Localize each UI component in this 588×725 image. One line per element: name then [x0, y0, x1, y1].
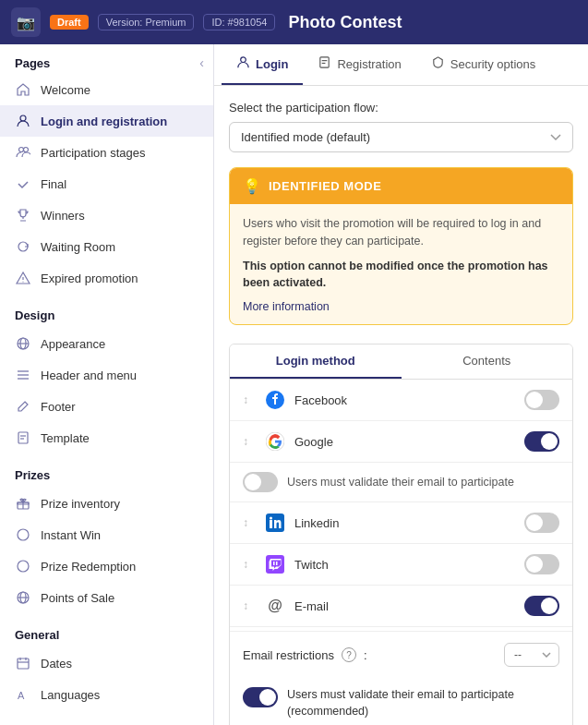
- sidebar-item-participation-stages[interactable]: Participation stages: [0, 137, 213, 168]
- pages-section-title: Pages: [15, 56, 50, 70]
- sidebar-item-dates[interactable]: Dates: [0, 647, 213, 679]
- method-tab-login[interactable]: Login method: [230, 344, 402, 379]
- google-label: Google: [294, 435, 515, 449]
- tab-label: Registration: [337, 57, 401, 71]
- linkedin-label: Linkedin: [294, 516, 515, 530]
- topbar: 📷 Draft Version: Premium ID: #981054 Pho…: [0, 0, 588, 44]
- sidebar-item-label: Dates: [41, 657, 72, 671]
- calendar-icon: [15, 655, 31, 671]
- sidebar-collapse-button[interactable]: ‹: [199, 55, 204, 70]
- sidebar-item-winners[interactable]: Winners: [0, 199, 213, 231]
- page-title: Photo Contest: [288, 13, 402, 32]
- email-validate-toggle[interactable]: [243, 472, 278, 492]
- circle-icon: [15, 526, 31, 543]
- refresh-icon: [15, 238, 31, 255]
- camera-icon: 📷: [11, 7, 41, 37]
- check-icon: [15, 175, 31, 192]
- svg-point-26: [241, 57, 246, 63]
- id-badge: ID: #981054: [203, 14, 275, 30]
- tab-login[interactable]: Login: [222, 44, 303, 85]
- method-tab-contents[interactable]: Contents: [402, 344, 573, 379]
- sidebar-item-label: Participation stages: [41, 146, 145, 160]
- identified-mode-box: 💡 IDENTIFIED MODE Users who visit the pr…: [229, 167, 573, 325]
- help-icon[interactable]: ?: [342, 647, 356, 662]
- sidebar-item-footer[interactable]: Footer: [0, 391, 213, 422]
- sidebar-item-prize-inventory[interactable]: Prize inventory: [0, 488, 213, 519]
- google-toggle[interactable]: ✓: [524, 431, 559, 452]
- svg-rect-21: [18, 659, 29, 669]
- tab-label: Login: [256, 57, 288, 71]
- group-icon: [15, 144, 31, 161]
- sidebar-item-points-of-sale[interactable]: Points of Sale: [0, 582, 213, 613]
- sidebar-item-prize-redemption[interactable]: Prize Redemption: [0, 550, 213, 582]
- email-restrictions-select[interactable]: --: [504, 643, 559, 667]
- login-methods-list: ↕ Facebook ↕ Google: [229, 380, 573, 725]
- main-content: Login Registration Security options Sele…: [214, 44, 588, 725]
- warning-icon: [15, 270, 31, 286]
- sidebar-item-login-registration[interactable]: Login and registration: [0, 105, 213, 137]
- sidebar-item-final[interactable]: Final: [0, 168, 213, 199]
- svg-rect-35: [266, 555, 284, 574]
- sidebar-item-welcome[interactable]: Welcome: [0, 74, 213, 105]
- svg-text:A: A: [18, 690, 25, 701]
- email-label: E-mail: [294, 599, 515, 613]
- svg-rect-36: [276, 562, 278, 565]
- info-box-title: IDENTIFIED MODE: [269, 179, 381, 193]
- svg-rect-27: [320, 57, 329, 67]
- content-area: Select the participation flow: Identifie…: [214, 86, 588, 725]
- tab-security-options[interactable]: Security options: [416, 44, 551, 85]
- linkedin-toggle[interactable]: [524, 513, 559, 533]
- sidebar-item-instant-win[interactable]: Instant Win: [0, 519, 213, 550]
- svg-point-17: [18, 561, 29, 572]
- design-section-title: Design: [0, 294, 213, 328]
- login-method-linkedin: ↕ Linkedin: [230, 502, 572, 544]
- google-icon: [265, 431, 285, 452]
- sidebar-item-label: Appearance: [41, 337, 105, 351]
- drag-handle-icon[interactable]: ↕: [243, 516, 256, 529]
- draft-badge: Draft: [50, 15, 89, 30]
- at-icon: @: [265, 596, 285, 616]
- drag-handle-icon[interactable]: ↕: [243, 435, 256, 448]
- info-box-line1: Users who visit the promotion will be re…: [243, 215, 559, 250]
- drag-handle-icon[interactable]: ↕: [243, 393, 256, 406]
- more-information-link[interactable]: More information: [243, 300, 330, 313]
- email-toggle[interactable]: ✓: [524, 596, 559, 616]
- home-icon: [15, 81, 31, 98]
- sidebar-item-header-menu[interactable]: Header and menu: [0, 359, 213, 391]
- login-method-tabs: Login method Contents: [229, 344, 573, 380]
- user-tab-icon: [236, 55, 250, 72]
- sidebar-item-template[interactable]: Template: [0, 422, 213, 453]
- sidebar-item-waiting-room[interactable]: Waiting Room: [0, 231, 213, 262]
- facebook-icon: [265, 390, 285, 410]
- sidebar-item-languages[interactable]: A Languages: [0, 679, 213, 710]
- drag-handle-icon[interactable]: ↕: [243, 558, 256, 571]
- version-badge: Version: Premium: [98, 14, 195, 30]
- language-icon: A: [15, 686, 31, 703]
- globe-icon-2: [15, 589, 31, 606]
- sidebar-item-label: Languages: [41, 688, 100, 702]
- general-section-title: General: [0, 613, 213, 647]
- validate-recommended-toggle[interactable]: ✓: [243, 687, 278, 707]
- gift-icon: [15, 495, 31, 512]
- twitch-toggle[interactable]: [524, 554, 559, 574]
- drag-handle-icon[interactable]: ↕: [243, 599, 256, 612]
- participation-flow-select[interactable]: Identified mode (default): [229, 122, 573, 152]
- facebook-toggle[interactable]: [524, 390, 559, 410]
- twitch-label: Twitch: [294, 558, 515, 572]
- circle-icon-2: [15, 558, 31, 574]
- sidebar-item-label: Final: [41, 177, 66, 191]
- trophy-icon: [15, 207, 31, 224]
- svg-rect-33: [270, 520, 272, 528]
- sidebar-item-expired-promotion[interactable]: Expired promotion: [0, 262, 213, 294]
- pencil-icon: [15, 398, 31, 415]
- sidebar-item-label: Prize Redemption: [41, 560, 136, 574]
- validate-recommended-row: ✓ Users must validate their email to par…: [230, 678, 572, 723]
- file-icon: [15, 429, 31, 446]
- svg-rect-11: [18, 432, 28, 443]
- svg-rect-37: [273, 562, 275, 565]
- facebook-label: Facebook: [294, 393, 515, 407]
- prizes-section-title: Prizes: [0, 453, 213, 488]
- tab-registration[interactable]: Registration: [303, 44, 415, 85]
- sidebar-item-label: Points of Sale: [41, 591, 114, 605]
- sidebar-item-appearance[interactable]: Appearance: [0, 328, 213, 359]
